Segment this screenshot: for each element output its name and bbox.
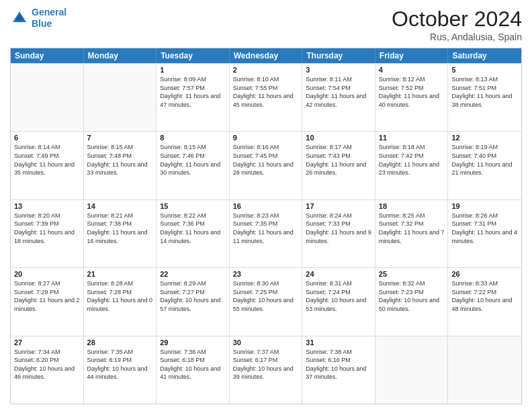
day-number: 31 bbox=[306, 338, 371, 347]
cell-info: Sunrise: 8:33 AM Sunset: 7:22 PM Dayligh… bbox=[451, 279, 518, 313]
day-number: 27 bbox=[14, 338, 80, 347]
cell-info: Sunrise: 8:30 AM Sunset: 7:25 PM Dayligh… bbox=[233, 279, 299, 313]
day-number: 26 bbox=[451, 270, 518, 278]
cell-info: Sunrise: 7:37 AM Sunset: 6:17 PM Dayligh… bbox=[233, 348, 299, 381]
cell-info: Sunrise: 8:21 AM Sunset: 7:38 PM Dayligh… bbox=[87, 212, 153, 245]
cell-info: Sunrise: 8:29 AM Sunset: 7:27 PM Dayligh… bbox=[160, 279, 226, 313]
cell-info: Sunrise: 8:20 AM Sunset: 7:39 PM Dayligh… bbox=[14, 212, 80, 245]
day-number: 23 bbox=[233, 270, 299, 278]
cell-info: Sunrise: 8:13 AM Sunset: 7:51 PM Dayligh… bbox=[451, 75, 518, 109]
header-day-tuesday: Tuesday bbox=[157, 48, 230, 63]
cell-info: Sunrise: 8:09 AM Sunset: 7:57 PM Dayligh… bbox=[160, 75, 226, 109]
day-cell-19: 19Sunrise: 8:26 AM Sunset: 7:31 PM Dayli… bbox=[448, 200, 521, 267]
cell-info: Sunrise: 8:11 AM Sunset: 7:54 PM Dayligh… bbox=[306, 75, 371, 109]
calendar: SundayMondayTuesdayWednesdayThursdayFrid… bbox=[10, 48, 522, 404]
logo-blue: Blue bbox=[32, 18, 52, 29]
header-day-sunday: Sunday bbox=[11, 48, 84, 63]
cell-info: Sunrise: 8:28 AM Sunset: 7:28 PM Dayligh… bbox=[87, 279, 153, 313]
day-number: 2 bbox=[233, 66, 299, 74]
logo-icon bbox=[10, 9, 29, 28]
cell-info: Sunrise: 8:12 AM Sunset: 7:52 PM Dayligh… bbox=[379, 75, 445, 109]
day-cell-1: 1Sunrise: 8:09 AM Sunset: 7:57 PM Daylig… bbox=[157, 64, 230, 131]
day-cell-23: 23Sunrise: 8:30 AM Sunset: 7:25 PM Dayli… bbox=[230, 268, 303, 335]
day-cell-21: 21Sunrise: 8:28 AM Sunset: 7:28 PM Dayli… bbox=[84, 268, 157, 335]
week-row-2: 13Sunrise: 8:20 AM Sunset: 7:39 PM Dayli… bbox=[11, 199, 521, 267]
day-cell-16: 16Sunrise: 8:23 AM Sunset: 7:35 PM Dayli… bbox=[230, 200, 303, 267]
day-number: 16 bbox=[233, 202, 299, 210]
day-number: 24 bbox=[306, 270, 371, 278]
day-cell-18: 18Sunrise: 8:25 AM Sunset: 7:32 PM Dayli… bbox=[375, 200, 449, 267]
header-day-friday: Friday bbox=[375, 48, 449, 63]
day-number: 30 bbox=[233, 338, 299, 347]
header-day-wednesday: Wednesday bbox=[230, 48, 303, 63]
logo-text: General Blue bbox=[32, 7, 66, 30]
day-cell-2: 2Sunrise: 8:10 AM Sunset: 7:55 PM Daylig… bbox=[230, 64, 303, 131]
cell-info: Sunrise: 8:32 AM Sunset: 7:23 PM Dayligh… bbox=[379, 279, 445, 313]
cell-info: Sunrise: 8:24 AM Sunset: 7:33 PM Dayligh… bbox=[306, 212, 371, 245]
day-cell-5: 5Sunrise: 8:13 AM Sunset: 7:51 PM Daylig… bbox=[448, 64, 521, 131]
cell-info: Sunrise: 8:27 AM Sunset: 7:29 PM Dayligh… bbox=[14, 279, 80, 313]
day-cell-30: 30Sunrise: 7:37 AM Sunset: 6:17 PM Dayli… bbox=[230, 336, 303, 404]
day-cell-29: 29Sunrise: 7:36 AM Sunset: 6:18 PM Dayli… bbox=[157, 336, 230, 404]
day-number: 5 bbox=[451, 66, 518, 74]
day-cell-27: 27Sunrise: 7:34 AM Sunset: 6:20 PM Dayli… bbox=[11, 336, 84, 404]
empty-cell bbox=[11, 64, 84, 131]
logo: General Blue bbox=[10, 7, 66, 30]
day-cell-6: 6Sunrise: 8:14 AM Sunset: 7:49 PM Daylig… bbox=[11, 132, 84, 199]
cell-info: Sunrise: 8:18 AM Sunset: 7:42 PM Dayligh… bbox=[379, 143, 445, 177]
day-number: 8 bbox=[160, 134, 226, 142]
day-cell-14: 14Sunrise: 8:21 AM Sunset: 7:38 PM Dayli… bbox=[84, 200, 157, 267]
day-number: 15 bbox=[160, 202, 226, 210]
day-number: 4 bbox=[379, 66, 445, 74]
day-cell-4: 4Sunrise: 8:12 AM Sunset: 7:52 PM Daylig… bbox=[375, 64, 449, 131]
cell-info: Sunrise: 8:19 AM Sunset: 7:40 PM Dayligh… bbox=[451, 143, 518, 177]
day-cell-3: 3Sunrise: 8:11 AM Sunset: 7:54 PM Daylig… bbox=[302, 64, 375, 131]
header-day-thursday: Thursday bbox=[302, 48, 375, 63]
day-cell-17: 17Sunrise: 8:24 AM Sunset: 7:33 PM Dayli… bbox=[302, 200, 375, 267]
day-cell-28: 28Sunrise: 7:35 AM Sunset: 6:19 PM Dayli… bbox=[84, 336, 157, 404]
day-cell-10: 10Sunrise: 8:17 AM Sunset: 7:43 PM Dayli… bbox=[302, 132, 375, 199]
cell-info: Sunrise: 8:22 AM Sunset: 7:36 PM Dayligh… bbox=[160, 212, 226, 245]
cell-info: Sunrise: 8:25 AM Sunset: 7:32 PM Dayligh… bbox=[379, 212, 445, 245]
day-cell-26: 26Sunrise: 8:33 AM Sunset: 7:22 PM Dayli… bbox=[448, 268, 521, 335]
cell-info: Sunrise: 8:17 AM Sunset: 7:43 PM Dayligh… bbox=[306, 143, 371, 177]
cell-info: Sunrise: 7:36 AM Sunset: 6:18 PM Dayligh… bbox=[160, 348, 226, 381]
empty-cell bbox=[84, 64, 157, 131]
day-number: 28 bbox=[87, 338, 153, 347]
cell-info: Sunrise: 8:10 AM Sunset: 7:55 PM Dayligh… bbox=[233, 75, 299, 109]
day-number: 1 bbox=[160, 66, 226, 74]
cell-info: Sunrise: 7:34 AM Sunset: 6:20 PM Dayligh… bbox=[14, 348, 80, 381]
week-row-4: 27Sunrise: 7:34 AM Sunset: 6:20 PM Dayli… bbox=[11, 336, 521, 404]
week-row-1: 6Sunrise: 8:14 AM Sunset: 7:49 PM Daylig… bbox=[11, 131, 521, 199]
day-number: 22 bbox=[160, 270, 226, 278]
header-day-monday: Monday bbox=[84, 48, 157, 63]
month-title: October 2024 bbox=[392, 7, 522, 32]
cell-info: Sunrise: 8:26 AM Sunset: 7:31 PM Dayligh… bbox=[451, 212, 518, 245]
day-number: 20 bbox=[14, 270, 80, 278]
cell-info: Sunrise: 8:16 AM Sunset: 7:45 PM Dayligh… bbox=[233, 143, 299, 177]
cell-info: Sunrise: 8:23 AM Sunset: 7:35 PM Dayligh… bbox=[233, 212, 299, 245]
day-number: 9 bbox=[233, 134, 299, 142]
header: General Blue October 2024 Rus, Andalusia… bbox=[10, 7, 522, 42]
day-number: 7 bbox=[87, 134, 153, 142]
calendar-header: SundayMondayTuesdayWednesdayThursdayFrid… bbox=[11, 48, 521, 63]
day-number: 6 bbox=[14, 134, 80, 142]
cell-info: Sunrise: 8:15 AM Sunset: 7:46 PM Dayligh… bbox=[160, 143, 226, 177]
empty-cell bbox=[375, 336, 449, 404]
day-number: 13 bbox=[14, 202, 80, 210]
cell-info: Sunrise: 8:14 AM Sunset: 7:49 PM Dayligh… bbox=[14, 143, 80, 177]
day-cell-12: 12Sunrise: 8:19 AM Sunset: 7:40 PM Dayli… bbox=[448, 132, 521, 199]
day-number: 11 bbox=[379, 134, 445, 142]
cell-info: Sunrise: 8:31 AM Sunset: 7:24 PM Dayligh… bbox=[306, 279, 371, 313]
day-cell-22: 22Sunrise: 8:29 AM Sunset: 7:27 PM Dayli… bbox=[157, 268, 230, 335]
day-cell-13: 13Sunrise: 8:20 AM Sunset: 7:39 PM Dayli… bbox=[11, 200, 84, 267]
day-cell-25: 25Sunrise: 8:32 AM Sunset: 7:23 PM Dayli… bbox=[375, 268, 449, 335]
header-day-saturday: Saturday bbox=[448, 48, 521, 63]
day-cell-8: 8Sunrise: 8:15 AM Sunset: 7:46 PM Daylig… bbox=[157, 132, 230, 199]
day-cell-9: 9Sunrise: 8:16 AM Sunset: 7:45 PM Daylig… bbox=[230, 132, 303, 199]
cell-info: Sunrise: 8:15 AM Sunset: 7:48 PM Dayligh… bbox=[87, 143, 153, 177]
day-cell-24: 24Sunrise: 8:31 AM Sunset: 7:24 PM Dayli… bbox=[302, 268, 375, 335]
calendar-body: 1Sunrise: 8:09 AM Sunset: 7:57 PM Daylig… bbox=[11, 63, 521, 404]
location: Rus, Andalusia, Spain bbox=[392, 32, 522, 42]
day-number: 21 bbox=[87, 270, 153, 278]
